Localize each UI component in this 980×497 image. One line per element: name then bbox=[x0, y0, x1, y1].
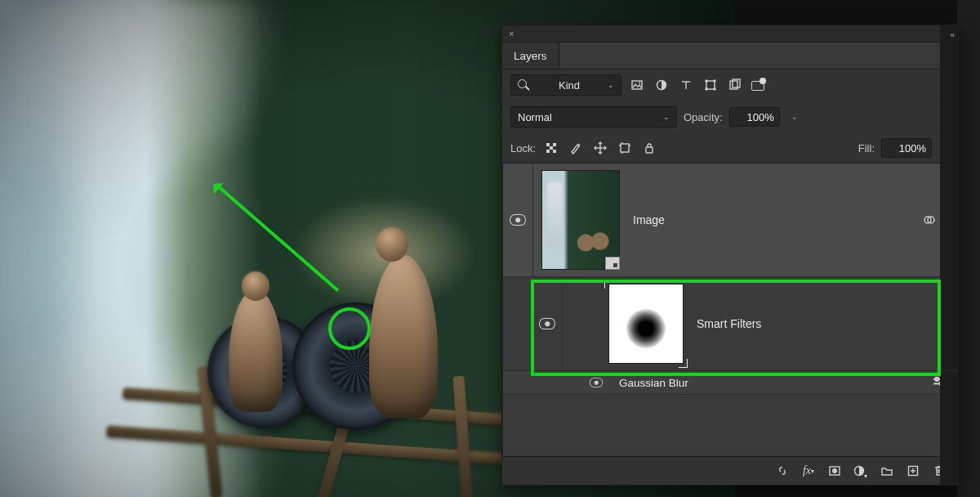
filter-kind-label: Kind bbox=[559, 79, 580, 92]
blend-mode-value: Normal bbox=[518, 111, 552, 123]
layers-panel: « × ›› Layers Kind ⌄ bbox=[501, 25, 959, 486]
search-icon bbox=[518, 79, 531, 91]
svg-rect-9 bbox=[706, 80, 708, 83]
collapse-dock-icon[interactable]: « bbox=[950, 30, 955, 39]
mask-preview bbox=[626, 309, 666, 348]
opacity-label: Opacity: bbox=[684, 111, 723, 123]
eye-icon bbox=[539, 318, 555, 329]
lock-label: Lock: bbox=[510, 142, 536, 154]
blend-mode-dropdown[interactable]: Normal ⌄ bbox=[510, 106, 677, 128]
chevron-down-icon: ⌄ bbox=[663, 113, 670, 121]
new-group-icon[interactable] bbox=[878, 462, 896, 480]
pixel-layers-icon[interactable] bbox=[628, 76, 646, 94]
new-adjustment-icon[interactable]: ▾ bbox=[852, 462, 870, 480]
panel-titlebar: × ›› bbox=[502, 25, 958, 43]
filter-kind-dropdown[interactable]: Kind ⌄ bbox=[510, 74, 621, 96]
close-icon[interactable]: × bbox=[509, 29, 514, 38]
layer-style-icon[interactable]: fx▾ bbox=[800, 462, 817, 480]
lock-paint-icon[interactable] bbox=[567, 139, 585, 157]
fill-field[interactable]: 100% bbox=[881, 138, 932, 158]
chevron-down-icon[interactable]: ⌄ bbox=[791, 113, 798, 121]
fill-value: 100% bbox=[899, 142, 926, 154]
svg-rect-16 bbox=[553, 143, 556, 146]
svg-rect-15 bbox=[546, 143, 550, 146]
link-layers-icon[interactable] bbox=[773, 462, 791, 480]
smart-filter-item-row[interactable]: Gaussian Blur bbox=[503, 371, 958, 395]
svg-point-36 bbox=[832, 468, 837, 473]
layer-thumbnail[interactable] bbox=[541, 170, 620, 270]
filter-name[interactable]: Gaussian Blur bbox=[619, 377, 930, 389]
filter-mask-thumbnail[interactable] bbox=[608, 284, 684, 364]
layer-name[interactable]: Image bbox=[633, 213, 923, 226]
svg-rect-3 bbox=[632, 81, 642, 89]
layer-row-image[interactable]: Image ⌃ bbox=[503, 163, 958, 277]
panel-dock-strip: « bbox=[940, 25, 958, 485]
smart-object-badge-icon bbox=[605, 257, 620, 270]
blend-opacity-row: Normal ⌄ Opacity: 100% ⌄ bbox=[502, 101, 958, 133]
visibility-toggle[interactable] bbox=[581, 371, 611, 394]
visibility-toggle[interactable] bbox=[532, 277, 563, 370]
tab-layers[interactable]: Layers bbox=[502, 43, 559, 69]
panel-tabbar: Layers bbox=[502, 43, 958, 69]
svg-rect-28 bbox=[646, 147, 653, 153]
eye-icon bbox=[510, 214, 526, 226]
artboard-filter-icon[interactable] bbox=[754, 76, 772, 94]
filter-mask-link-icon[interactable] bbox=[923, 213, 936, 226]
layer-filter-row: Kind ⌄ bbox=[502, 69, 958, 101]
svg-rect-17 bbox=[550, 146, 553, 150]
smart-filters-label: Smart Filters bbox=[697, 317, 958, 330]
svg-rect-19 bbox=[553, 150, 556, 153]
svg-rect-18 bbox=[546, 150, 550, 153]
smart-filters-row[interactable]: Smart Filters bbox=[503, 277, 958, 371]
lock-transparent-icon[interactable] bbox=[542, 139, 560, 157]
tab-label: Layers bbox=[514, 50, 547, 62]
new-layer-icon[interactable] bbox=[904, 462, 922, 480]
annotation-circle bbox=[328, 307, 371, 350]
chevron-down-icon: ⌄ bbox=[608, 81, 614, 89]
opacity-field[interactable]: 100% bbox=[729, 107, 780, 127]
svg-rect-10 bbox=[714, 80, 716, 83]
svg-rect-23 bbox=[621, 144, 629, 152]
visibility-toggle[interactable] bbox=[503, 163, 533, 276]
svg-point-4 bbox=[639, 83, 640, 84]
fill-label: Fill: bbox=[858, 142, 875, 154]
lock-all-icon[interactable] bbox=[640, 139, 658, 157]
layers-panel-footer: fx▾ ▾ bbox=[502, 456, 958, 485]
lock-fill-row: Lock: Fill: 100% ⌄ bbox=[502, 133, 958, 163]
eye-icon bbox=[590, 378, 603, 387]
lock-position-icon[interactable] bbox=[591, 139, 609, 157]
svg-rect-11 bbox=[706, 88, 708, 91]
shape-layers-icon[interactable] bbox=[702, 76, 719, 94]
layer-list: Image ⌃ Smart Filters bbox=[502, 163, 958, 456]
opacity-value: 100% bbox=[746, 111, 773, 123]
svg-rect-12 bbox=[714, 88, 716, 91]
smart-object-layers-icon[interactable] bbox=[726, 76, 744, 94]
add-mask-icon[interactable] bbox=[826, 462, 844, 480]
adjustment-layers-icon[interactable] bbox=[653, 76, 670, 94]
type-layers-icon[interactable] bbox=[677, 76, 695, 94]
lock-artboard-icon[interactable] bbox=[616, 139, 634, 157]
